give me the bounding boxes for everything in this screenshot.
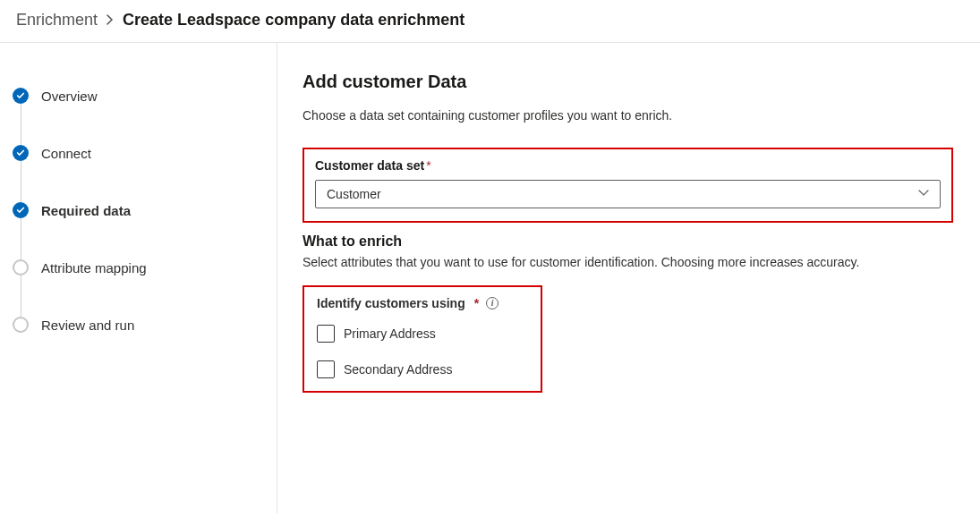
- checkbox-primary-address-row: Primary Address: [317, 325, 528, 343]
- breadcrumb: Enrichment Create Leadspace company data…: [0, 0, 980, 43]
- info-icon[interactable]: i: [486, 297, 499, 309]
- step-review-and-run[interactable]: Review and run: [13, 317, 260, 333]
- what-to-enrich-title: What to enrich: [303, 233, 953, 250]
- checkmark-icon: [13, 88, 29, 104]
- select-value: Customer: [327, 187, 381, 201]
- required-indicator: *: [426, 158, 430, 173]
- checkbox-primary-address[interactable]: [317, 325, 335, 343]
- future-step-icon: [13, 317, 29, 333]
- future-step-icon: [13, 259, 29, 275]
- breadcrumb-current: Create Leadspace company data enrichment: [123, 11, 464, 30]
- customer-data-set-label: Customer data set: [315, 158, 424, 173]
- identify-customers-label: Identify customers using: [317, 296, 465, 310]
- identify-customers-section: Identify customers using * i Primary Add…: [303, 285, 542, 393]
- checkbox-secondary-address[interactable]: [317, 360, 335, 378]
- checkbox-secondary-address-row: Secondary Address: [317, 360, 528, 378]
- step-label: Review and run: [41, 318, 134, 333]
- step-overview[interactable]: Overview: [13, 88, 260, 104]
- step-label: Connect: [41, 146, 91, 161]
- checkbox-label: Secondary Address: [344, 362, 452, 377]
- wizard-steps-sidebar: Overview Connect Required data Attribute: [0, 43, 277, 513]
- checkbox-label: Primary Address: [344, 326, 436, 341]
- step-label: Overview: [41, 89, 98, 104]
- breadcrumb-parent[interactable]: Enrichment: [16, 11, 98, 30]
- what-to-enrich-description: Select attributes that you want to use f…: [303, 255, 953, 269]
- step-required-data[interactable]: Required data: [13, 202, 260, 218]
- page-description: Choose a data set containing customer pr…: [303, 108, 953, 123]
- checkmark-icon: [13, 145, 29, 161]
- step-attribute-mapping[interactable]: Attribute mapping: [13, 259, 260, 275]
- step-label: Required data: [41, 203, 131, 218]
- page-title: Add customer Data: [303, 72, 953, 92]
- chevron-down-icon: [918, 187, 929, 201]
- customer-data-set-select[interactable]: Customer: [315, 180, 941, 208]
- customer-data-set-section: Customer data set* Customer: [303, 148, 953, 223]
- step-label: Attribute mapping: [41, 260, 147, 275]
- step-connect[interactable]: Connect: [13, 145, 260, 161]
- main-content: Add customer Data Choose a data set cont…: [277, 43, 980, 513]
- chevron-right-icon: [107, 13, 114, 28]
- required-indicator: *: [474, 296, 479, 310]
- checkmark-icon: [13, 202, 29, 218]
